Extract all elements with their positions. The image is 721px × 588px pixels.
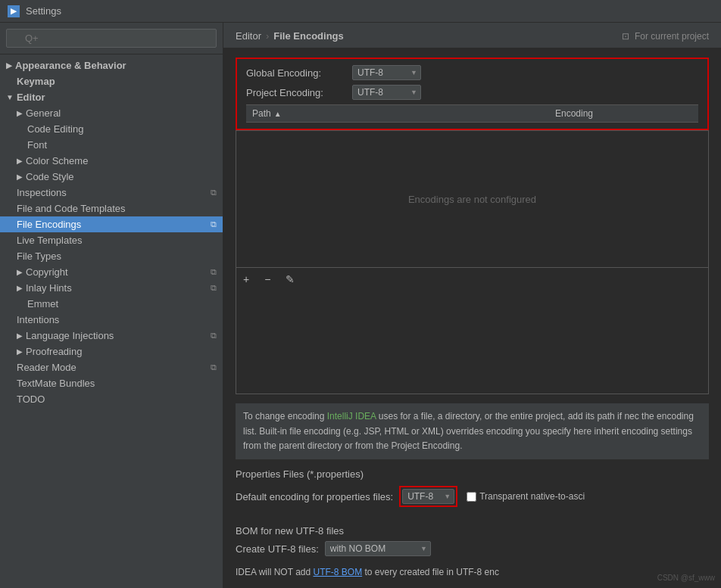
sidebar-item-label: Keymap [17,76,55,87]
add-button[interactable]: + [238,271,254,288]
app-icon: ▶ [8,5,20,17]
sidebar-item-label: Language Injections [26,330,211,341]
page-icon: ⧉ [211,219,217,229]
default-encoding-row: Default encoding for properties files: U… [236,486,709,507]
chevron-icon: ▶ [17,284,23,292]
create-utf8-label: Create UTF-8 files: [236,543,319,555]
titlebar: ▶ Settings [0,0,721,23]
sidebar-item-label: File and Code Templates [17,203,126,214]
bom-row: Create UTF-8 files: with NO BOM with BOM… [236,541,709,556]
sidebar-item-font[interactable]: Font [0,137,223,153]
sidebar-item-proofreading[interactable]: ▶ Proofreading [0,344,223,359]
settings-window: ▶ Settings 🔍 ▶ Appearance & Behavior Key… [0,0,721,588]
project-icon: ⊡ [622,31,629,42]
sidebar-item-label: Live Templates [17,235,82,246]
search-wrapper: 🔍 [6,29,217,48]
project-encoding-select[interactable]: UTF-8 UTF-16 ISO-8859-1 [352,85,421,100]
sidebar-item-appearance[interactable]: ▶ Appearance & Behavior [0,58,223,73]
sidebar-item-label: Appearance & Behavior [15,60,126,71]
sidebar-item-label: Font [27,139,47,151]
sidebar-item-label: File Types [17,250,61,262]
sidebar-item-label: File Encodings [17,219,211,230]
window-title: Settings [26,5,61,17]
sidebar-item-live-templates[interactable]: Live Templates [0,232,223,248]
sidebar-item-language-injections[interactable]: ▶ Language Injections ⧉ [0,328,223,344]
main-content: 🔍 ▶ Appearance & Behavior Keymap ▼ Edito… [0,23,721,588]
sidebar-item-reader-mode[interactable]: Reader Mode ⧉ [0,359,223,375]
transparent-checkbox-label[interactable]: Transparent native-to-asci [467,491,585,502]
sidebar-item-label: General [26,107,61,119]
for-current-project: ⊡ For current project [622,31,709,42]
bom-section: BOM for new UTF-8 files Create UTF-8 fil… [236,525,709,556]
table-empty-message: Encodings are not configured [236,131,708,267]
sidebar-item-intentions[interactable]: Intentions [0,312,223,328]
sidebar-item-copyright[interactable]: ▶ Copyright ⧉ [0,264,223,280]
chevron-down-icon: ▼ [6,93,14,101]
global-encoding-select-wrapper: UTF-8 UTF-16 ISO-8859-1 [352,65,421,80]
encoding-config-section: Global Encoding: UTF-8 UTF-16 ISO-8859-1 [236,58,709,130]
page-icon: ⧉ [211,188,217,198]
bottom-hint: IDEA will NOT add UTF-8 BOM to every cre… [236,565,709,579]
edit-button[interactable]: ✎ [280,271,300,288]
default-encoding-box: UTF-8 UTF-16 [399,486,457,507]
sidebar-item-label: Code Style [26,171,74,182]
sidebar-item-file-types[interactable]: File Types [0,248,223,264]
sidebar-item-label: Proofreading [26,346,82,357]
sidebar-item-textmate-bundles[interactable]: TextMate Bundles [0,375,223,391]
table-toolbar: + − ✎ [236,267,708,291]
panel-header: Editor › File Encodings ⊡ For current pr… [223,23,721,48]
remove-button[interactable]: − [259,271,276,288]
sidebar: 🔍 ▶ Appearance & Behavior Keymap ▼ Edito… [0,23,223,588]
encoding-table: Encodings are not configured + − ✎ [236,130,709,394]
sidebar-item-label: Reader Mode [17,362,211,373]
global-encoding-label: Global Encoding: [246,67,352,79]
sidebar-item-editor[interactable]: ▼ Editor [0,89,223,105]
page-icon: ⧉ [211,331,217,341]
bom-section-title: BOM for new UTF-8 files [236,525,709,537]
properties-section-title: Properties Files (*.properties) [236,468,709,480]
properties-section: Properties Files (*.properties) Default … [236,468,709,513]
sidebar-item-color-scheme[interactable]: ▶ Color Scheme [0,153,223,169]
default-encoding-label: Default encoding for properties files: [236,491,393,502]
sidebar-item-inlay-hints[interactable]: ▶ Inlay Hints ⧉ [0,280,223,296]
search-box: 🔍 [0,23,223,54]
sidebar-item-label: Intentions [17,314,59,325]
breadcrumb-section: File Encodings [273,30,343,42]
table-header: Path ▲ Encoding [246,104,698,123]
sidebar-item-inspections[interactable]: Inspections ⧉ [0,185,223,201]
default-encoding-select[interactable]: UTF-8 UTF-16 [402,489,454,504]
project-encoding-select-wrapper: UTF-8 UTF-16 ISO-8859-1 [352,85,421,100]
sidebar-item-file-code-templates[interactable]: File and Code Templates [0,201,223,216]
sidebar-item-emmet[interactable]: Emmet [0,296,223,312]
search-input[interactable] [6,29,217,48]
watermark: CSDN @sf_www [657,574,715,582]
global-encoding-select[interactable]: UTF-8 UTF-16 ISO-8859-1 [352,65,421,80]
project-encoding-row: Project Encoding: UTF-8 UTF-16 ISO-8859-… [246,85,698,100]
chevron-icon: ▶ [6,61,12,70]
chevron-icon: ▶ [17,331,23,340]
sidebar-item-label: Copyright [26,266,211,278]
sidebar-item-code-editing[interactable]: Code Editing [0,121,223,137]
sidebar-item-keymap[interactable]: Keymap [0,73,223,89]
sort-icon: ▲ [274,110,282,118]
bom-select[interactable]: with NO BOM with BOM with BOM (Mac OS X)… [325,541,431,556]
sidebar-item-file-encodings[interactable]: File Encodings ⧉ [0,216,223,232]
panel-body: Global Encoding: UTF-8 UTF-16 ISO-8859-1 [223,48,721,588]
page-icon: ⧉ [211,283,217,293]
nav-tree: ▶ Appearance & Behavior Keymap ▼ Editor … [0,54,223,588]
sidebar-item-label: Code Editing [27,123,83,135]
sidebar-item-general[interactable]: ▶ General [0,105,223,121]
sidebar-item-label: Color Scheme [26,155,88,166]
global-encoding-row: Global Encoding: UTF-8 UTF-16 ISO-8859-1 [246,65,698,80]
col-path-header: Path ▲ [252,108,555,119]
sidebar-item-label: Editor [17,92,45,103]
transparent-checkbox[interactable] [467,492,476,502]
chevron-icon: ▶ [17,173,23,181]
breadcrumb-sep: › [266,30,269,42]
sidebar-item-todo[interactable]: TODO [0,391,223,407]
chevron-icon: ▶ [17,109,23,117]
sidebar-item-label: Inlay Hints [26,282,211,294]
sidebar-item-code-style[interactable]: ▶ Code Style [0,169,223,185]
sidebar-item-label: TODO [17,394,45,405]
utf8-bom-link[interactable]: UTF-8 BOM [313,567,362,577]
